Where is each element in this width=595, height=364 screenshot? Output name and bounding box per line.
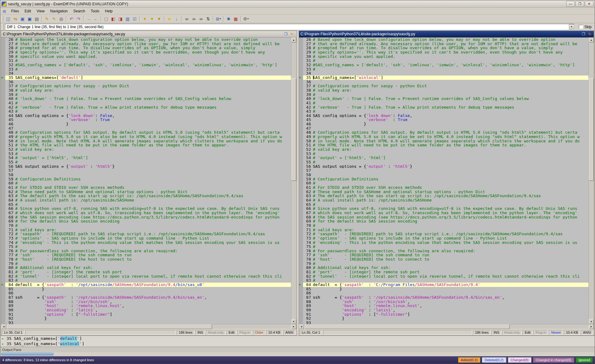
find-next-button[interactable]: ∞ [190, 15, 197, 22]
code-line[interactable]: 61# For STDIO and STDIO over SSH access … [299, 185, 589, 190]
find-button[interactable]: ∞ [183, 15, 190, 22]
code-line[interactable]: 79# [1, 262, 291, 266]
view-right-button[interactable]: ▥ [124, 15, 131, 22]
code-line[interactable]: 26# Based upon the lock_down configurati… [1, 37, 291, 42]
code-line[interactable]: 89 'host' : 'remote.linux.host', [299, 304, 589, 308]
report-button[interactable]: ⊞▾ [215, 15, 222, 22]
code-line[interactable]: 67# which does not work well as utf-8. S… [299, 211, 589, 215]
code-line[interactable]: 47 [299, 126, 589, 131]
code-line[interactable]: 31# [299, 58, 589, 63]
scroll-left-icon[interactable]: ◄ [1, 324, 6, 329]
print-button[interactable]: ▤ [33, 15, 40, 22]
code-line[interactable]: 75# [299, 245, 589, 249]
code-line[interactable]: 68# the SAS session encoding (see https:… [299, 215, 589, 219]
code-line[interactable]: 38# valid key are: [1, 88, 291, 93]
sync-scroll-button[interactable]: ☑ [131, 15, 138, 22]
code-line[interactable]: 87ssh = {'saspath' : '/opt/sasinside/SAS… [299, 295, 589, 300]
menu-files[interactable]: Files [8, 8, 22, 14]
code-line[interactable]: 70# [299, 223, 589, 228]
code-line[interactable]: 53# [299, 152, 589, 156]
left-vertical-scrollbar[interactable]: ▲ ▼ [291, 37, 296, 324]
code-line[interactable]: 27# that are defined already. Any necess… [1, 42, 291, 46]
code-line[interactable]: 60# [1, 181, 291, 185]
code-line[interactable]: 68# the SAS session encoding (see https:… [1, 215, 291, 219]
code-line[interactable]: 28# prompted for at run time. To disallo… [299, 46, 589, 50]
chevron-down-icon[interactable]: ▼ [569, 24, 574, 29]
code-line[interactable]: 59# Configuration Definitions [1, 177, 291, 181]
left-horizontal-scrollbar[interactable]: ◄ ► [1, 324, 296, 329]
scrollbar-thumb[interactable] [1, 353, 54, 355]
code-line[interactable]: 38# valid key are: [299, 88, 589, 93]
code-line[interactable]: 33# [299, 67, 589, 72]
code-line[interactable]: 74# 'encoding' - This is the python enco… [1, 240, 291, 245]
output-pane-caption[interactable]: Output Pane [0, 347, 595, 352]
code-line[interactable]: 34 [1, 71, 291, 76]
status-badge[interactable]: Ignored [576, 357, 593, 363]
code-line[interactable]: 65# [1, 202, 291, 207]
scrollbar-thumb[interactable] [305, 324, 510, 329]
line-filter-button[interactable]: ▼ [148, 15, 156, 22]
code-line[interactable]: 76# For passwordless ssh connection, the… [299, 249, 589, 253]
scroll-up-icon[interactable]: ▲ [589, 37, 594, 42]
code-line[interactable]: 88 'ssh' : '/usr/bin/ssh', [299, 300, 589, 304]
code-line[interactable]: 79# [299, 262, 589, 266]
code-line[interactable]: 45 'verbose' : True [1, 118, 291, 122]
sort-button[interactable]: ⇅ [205, 15, 212, 22]
code-line[interactable]: 81# 'port' - [integer] the remote ssh po… [299, 270, 589, 274]
code-line[interactable]: 85 } [1, 287, 291, 291]
code-line[interactable]: 71# valid keys are: [299, 228, 589, 232]
char-filter-button[interactable]: ▼ [156, 15, 163, 22]
code-line[interactable]: 41# [299, 101, 589, 105]
code-line[interactable]: 75# [1, 245, 291, 249]
code-line[interactable]: 62# These need path to SASHome and optio… [1, 190, 291, 194]
code-line[interactable]: 86 [299, 291, 589, 295]
code-line[interactable]: 62# These need path to SASHome and optio… [299, 190, 589, 194]
left-pane-header[interactable]: C:\Program Files\Python\Python37\Lib\sit… [1, 31, 296, 37]
code-line[interactable]: 61# For STDIO and STDIO over SSH access … [1, 185, 291, 190]
code-line[interactable]: 42# 'verbose' - True | False. True = All… [299, 105, 589, 110]
code-line[interactable]: 52# valid key are: [299, 147, 589, 152]
code-line[interactable]: 71# valid keys are: [1, 228, 291, 232]
code-line[interactable]: 54# 'output' = ['html5', 'html'] [1, 156, 291, 160]
code-line[interactable]: 32#SAS_config_names = ['default', 'ssh',… [299, 63, 589, 67]
code-line[interactable]: 56SAS_output_options = {'output' : 'html… [299, 164, 589, 169]
right-pane-header[interactable]: C:\Program Files\Python\Python37\Lib\sit… [299, 31, 594, 37]
code-line[interactable]: 70# [1, 223, 291, 228]
code-line[interactable]: 39# [1, 93, 291, 97]
code-line[interactable]: 36 [299, 80, 589, 84]
code-line[interactable]: 69# for the default Unix SAS session enc… [299, 219, 589, 223]
goto-diff-button[interactable]: ↓ [173, 15, 180, 22]
code-line[interactable]: 37# Configuration options for saspy - py… [1, 84, 291, 88]
code-line[interactable]: 44SAS_config_options = {'lock_down': Fal… [299, 114, 589, 118]
current-diff-combobox[interactable]: Diff 1: Change 1 line (35, first file) t… [5, 24, 575, 30]
code-line[interactable]: ►84default = {'saspath' : 'C:/Program Fi… [299, 283, 589, 287]
output-row[interactable]: ►35SAS_config_names=['default'] [0, 336, 595, 341]
code-line[interactable]: 73# 'options' - SAS options to include i… [299, 236, 589, 240]
code-line[interactable]: 77# 'ssh' - [REQUIRED] the ssh command t… [299, 253, 589, 257]
code-line[interactable]: 30# specific value you want applied. [1, 54, 291, 59]
skip-checkbox[interactable] [579, 25, 583, 29]
code-line[interactable]: 92 } [1, 316, 291, 321]
toolbar-grip[interactable] [2, 16, 3, 22]
code-line[interactable]: 77# 'ssh' - [REQUIRED] the ssh command t… [1, 253, 291, 257]
scroll-down-icon[interactable]: ▼ [589, 319, 594, 324]
code-line[interactable]: 48# Configuration options for SAS output… [299, 130, 589, 135]
scrollbar-thumb[interactable] [291, 78, 296, 181]
code-line[interactable]: 42# 'verbose' - True | False. True = All… [1, 105, 291, 110]
menu-view[interactable]: View [34, 8, 47, 14]
code-line[interactable]: 53# [1, 152, 291, 156]
code-line[interactable]: 51# the HTML file will need to be put in… [1, 143, 291, 147]
code-line[interactable]: 85 } [299, 287, 589, 291]
code-line[interactable]: 49# properly with HTML 5.0 so it can als… [1, 135, 291, 139]
menu-edit[interactable]: Edit [22, 8, 34, 14]
code-line[interactable]: 56SAS_output_options = {'output' : 'html… [1, 164, 291, 169]
code-line[interactable]: 30# specific value you want applied. [299, 54, 589, 59]
code-line[interactable]: 93 [299, 321, 589, 324]
code-line[interactable]: 92 } [299, 316, 589, 321]
code-line[interactable]: 82# 'tunnel' - [integer] local port to o… [299, 274, 589, 279]
view-all-button[interactable]: ▢ [103, 15, 110, 22]
maximize-button[interactable]: ❐ [575, 1, 584, 7]
scroll-right-icon[interactable]: ► [589, 324, 594, 329]
status-badge[interactable]: Added(0,3) [458, 357, 480, 363]
save-first-button[interactable]: ▣ [19, 15, 26, 22]
